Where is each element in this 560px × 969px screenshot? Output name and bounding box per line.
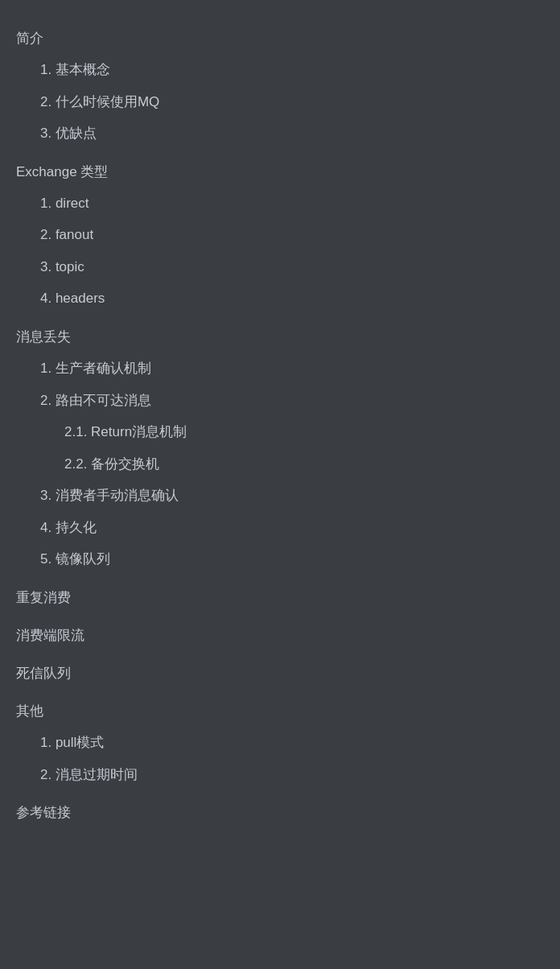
section-exchange: Exchange 类型 1. direct 2. fanout 3. topic… <box>16 153 544 315</box>
section-dead-letter: 死信队列 <box>16 654 544 689</box>
list-item[interactable]: 2. 路由不可达消息 <box>16 385 544 417</box>
list-item[interactable]: 1. direct <box>16 188 544 220</box>
list-item-sub[interactable]: 2.1. Return消息机制 <box>16 416 544 448</box>
list-item[interactable]: 5. 镜像队列 <box>16 543 544 575</box>
section-title-intro: 简介 <box>16 19 544 54</box>
list-item[interactable]: 2. 什么时候使用MQ <box>16 86 544 118</box>
section-repeat: 重复消费 <box>16 579 544 613</box>
section-title-dead-letter: 死信队列 <box>16 654 544 689</box>
section-title-repeat: 重复消费 <box>16 579 544 613</box>
list-item[interactable]: 4. headers <box>16 282 544 315</box>
list-item[interactable]: 4. 持久化 <box>16 512 544 544</box>
list-item[interactable]: 1. 生产者确认机制 <box>16 353 544 385</box>
section-other: 其他 1. pull模式 2. 消息过期时间 <box>16 692 544 790</box>
section-title-exchange: Exchange 类型 <box>16 153 544 188</box>
list-item[interactable]: 2. fanout <box>16 219 544 251</box>
section-message-loss: 消息丢失 1. 生产者确认机制 2. 路由不可达消息 2.1. Return消息… <box>16 318 544 575</box>
section-intro: 简介 1. 基本概念 2. 什么时候使用MQ 3. 优缺点 <box>16 19 544 150</box>
list-item[interactable]: 1. 基本概念 <box>16 54 544 86</box>
list-item[interactable]: 1. pull模式 <box>16 727 544 759</box>
list-item[interactable]: 2. 消息过期时间 <box>16 759 544 791</box>
list-item[interactable]: 3. 消费者手动消息确认 <box>16 480 544 512</box>
section-title-consumer-limit: 消费端限流 <box>16 616 544 651</box>
list-item-sub[interactable]: 2.2. 备份交换机 <box>16 448 544 480</box>
section-title-other: 其他 <box>16 692 544 727</box>
list-item[interactable]: 3. 优缺点 <box>16 118 544 150</box>
section-references: 参考链接 <box>16 794 544 828</box>
section-consumer-limit: 消费端限流 <box>16 616 544 651</box>
section-title-message-loss: 消息丢失 <box>16 318 544 353</box>
section-title-references: 参考链接 <box>16 794 544 828</box>
list-item[interactable]: 3. topic <box>16 251 544 283</box>
nav-container: 简介 1. 基本概念 2. 什么时候使用MQ 3. 优缺点 Exchange 类… <box>16 19 544 829</box>
